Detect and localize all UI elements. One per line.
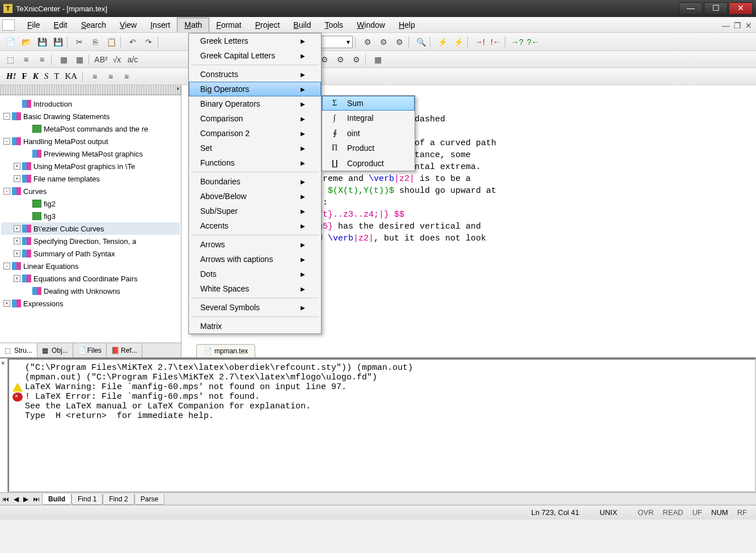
- math-menu-white-spaces[interactable]: White Spaces▶: [189, 281, 321, 296]
- math-menu-set[interactable]: Set▶: [189, 141, 321, 155]
- tree-node[interactable]: +Expressions: [1, 297, 180, 310]
- undo-icon[interactable]: ↶: [126, 35, 140, 49]
- math-menu-functions[interactable]: Functions▶: [189, 155, 321, 170]
- math-menu-boundaries[interactable]: Boundaries▶: [189, 174, 321, 189]
- maximize-button[interactable]: ☐: [704, 2, 728, 15]
- tree-toggle[interactable]: -: [3, 188, 10, 195]
- math-menu-arrows[interactable]: Arrows▶: [189, 237, 321, 252]
- tree-toggle[interactable]: -: [3, 138, 10, 145]
- menu-format[interactable]: Format: [209, 18, 248, 32]
- tree-toggle[interactable]: +: [14, 250, 20, 257]
- copy-icon[interactable]: ⎘: [88, 35, 102, 49]
- output-prev-icon[interactable]: ◀: [11, 495, 21, 503]
- big-operators-submenu[interactable]: ΣSum∫Integral∮ointΠProduct∐Coproduct: [322, 95, 415, 171]
- sidebar-tab-obj[interactable]: ▦Obj...: [37, 343, 73, 357]
- open-icon[interactable]: 📂: [19, 35, 33, 49]
- tree-node[interactable]: fig3: [1, 210, 180, 222]
- sidebar-tab-ref[interactable]: 📕Ref...: [107, 343, 142, 357]
- tree-node[interactable]: +Using MetaPost graphics in \Te: [1, 160, 180, 172]
- tree-node[interactable]: fig2: [1, 197, 180, 210]
- numbered-icon[interactable]: ≡: [35, 53, 49, 66]
- tool-c-icon[interactable]: ⚙: [349, 53, 363, 66]
- tree-node[interactable]: +Summary of Path Syntax: [1, 247, 180, 260]
- sidebar-tab-stru[interactable]: ⬚Stru...: [0, 343, 37, 357]
- math-menu-dropdown[interactable]: Greek Letters▶Greek Capital Letters▶Cons…: [188, 33, 322, 334]
- bigop-oint[interactable]: ∮oint: [322, 125, 415, 141]
- output-last-icon[interactable]: ⏭: [31, 495, 42, 503]
- math-menu-sub-super[interactable]: Sub/Super▶: [189, 204, 321, 218]
- mdi-close[interactable]: ✕: [744, 20, 754, 29]
- tree-node[interactable]: -Curves: [1, 185, 180, 197]
- next-warn-icon[interactable]: ?←: [526, 35, 540, 49]
- menu-help[interactable]: Help: [392, 18, 422, 32]
- menu-edit[interactable]: Edit: [47, 18, 74, 32]
- stop-build-icon[interactable]: ⚙: [392, 35, 406, 49]
- style-s[interactable]: S: [41, 70, 52, 82]
- bigop-product[interactable]: ΠProduct: [322, 141, 415, 155]
- output-tab-find-1[interactable]: Find 1: [71, 494, 103, 505]
- tree-node[interactable]: MetaPost commands and the re: [1, 123, 180, 135]
- output-tab-find-2[interactable]: Find 2: [103, 494, 134, 505]
- tree-node[interactable]: +B\'ezier Cubic Curves: [1, 222, 180, 235]
- tree-toggle[interactable]: -: [3, 263, 10, 269]
- style-ka[interactable]: KA: [62, 70, 80, 82]
- tree-toggle[interactable]: -: [3, 113, 10, 120]
- document-icon[interactable]: [2, 19, 15, 31]
- bigop-coproduct[interactable]: ∐Coproduct: [322, 155, 415, 171]
- paste-icon[interactable]: 📋: [104, 35, 118, 49]
- tree-node[interactable]: +File name templates: [1, 172, 180, 185]
- document-tree[interactable]: Introduction-Basic Drawing StatementsMet…: [0, 95, 181, 343]
- frac-icon[interactable]: a/c: [126, 53, 140, 66]
- tree-toggle[interactable]: +: [14, 238, 20, 244]
- math-menu-arrows-with-captions[interactable]: Arrows with captions▶: [189, 252, 321, 267]
- math-menu-several-symbols[interactable]: Several Symbols▶: [189, 300, 321, 315]
- tree-node[interactable]: Dealing with Unknowns: [1, 285, 180, 297]
- grid-icon[interactable]: ▦: [73, 53, 86, 66]
- style-k[interactable]: K: [30, 70, 41, 82]
- tree-node[interactable]: -Handling MetaPost output: [1, 135, 180, 147]
- menu-insert[interactable]: Insert: [143, 18, 177, 32]
- math-menu-accents[interactable]: Accents▶: [189, 218, 321, 233]
- tree-toggle[interactable]: +: [14, 275, 20, 282]
- cut-icon[interactable]: ✂: [73, 35, 86, 49]
- style-t[interactable]: T: [51, 70, 62, 82]
- style-h![interactable]: H!: [3, 70, 19, 82]
- redo-icon[interactable]: ↷: [142, 35, 155, 49]
- menu-project[interactable]: Project: [248, 18, 287, 32]
- style-f[interactable]: F: [19, 70, 30, 82]
- output-next-icon[interactable]: ▶: [21, 495, 31, 503]
- bigop-integral[interactable]: ∫Integral: [322, 111, 415, 125]
- sqrt-icon[interactable]: √x: [110, 53, 124, 66]
- math-menu-big-operators[interactable]: Big Operators▶: [189, 82, 321, 96]
- align-center-icon[interactable]: ≡: [104, 70, 117, 83]
- tree-toggle[interactable]: +: [14, 175, 20, 182]
- output-tab-parse[interactable]: Parse: [134, 494, 164, 505]
- tree-node[interactable]: +Specifying Direction, Tension, a: [1, 235, 180, 247]
- menu-search[interactable]: Search: [74, 18, 113, 32]
- output-first-icon[interactable]: ⏮: [0, 495, 11, 503]
- next-error-icon[interactable]: !←: [489, 35, 502, 49]
- math-menu-greek-capital-letters[interactable]: Greek Capital Letters▶: [189, 48, 321, 63]
- output-close[interactable]: ×: [0, 358, 8, 492]
- build-icon[interactable]: ⚙: [361, 35, 374, 49]
- structure-icon[interactable]: ⬚: [3, 53, 17, 66]
- menu-view[interactable]: View: [113, 18, 143, 32]
- math-menu-dots[interactable]: Dots▶: [189, 267, 321, 281]
- tree-node[interactable]: Introduction: [1, 98, 180, 110]
- align-right-icon[interactable]: ≡: [120, 70, 133, 83]
- textfield-icon[interactable]: AB²: [94, 53, 108, 66]
- sidebar-close-icon[interactable]: ×: [176, 85, 180, 92]
- minimize-button[interactable]: —: [679, 2, 703, 15]
- tree-toggle[interactable]: +: [14, 225, 20, 232]
- view-icon[interactable]: 🔍: [414, 35, 428, 49]
- align-left-icon[interactable]: ≡: [88, 70, 102, 83]
- sidebar-tab-files[interactable]: 📄Files: [73, 343, 107, 357]
- output-tab-build[interactable]: Build: [42, 494, 71, 505]
- new-icon[interactable]: 📄: [3, 35, 17, 49]
- tree-node[interactable]: -Basic Drawing Statements: [1, 110, 180, 123]
- tree-node[interactable]: Previewing MetaPost graphics: [1, 147, 180, 160]
- math-menu-greek-letters[interactable]: Greek Letters▶: [189, 33, 321, 48]
- nav-icon[interactable]: ⚡: [436, 35, 449, 49]
- table-icon[interactable]: ▦: [57, 53, 70, 66]
- build-output[interactable]: ("C:\Program Files\MiKTeX 2.7\tex\latex\…: [8, 358, 756, 492]
